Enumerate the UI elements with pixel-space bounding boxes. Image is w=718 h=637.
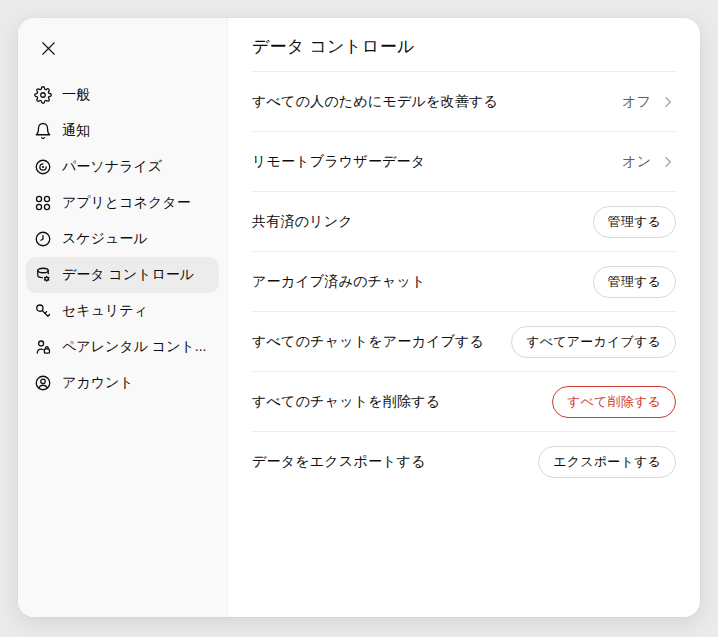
row-label: データをエクスポートする <box>252 453 426 471</box>
database-gear-icon <box>34 266 52 284</box>
sidebar-nav: 一般 通知 パーソナライズ アプリとコネクター スケジュール データ コントロー… <box>26 77 219 401</box>
settings-row-delete-all-chats: すべてのチャットを削除する すべて削除する <box>252 372 676 432</box>
settings-row-export-data: データをエクスポートする エクスポートする <box>252 432 676 492</box>
gear-icon <box>34 86 52 104</box>
sidebar-item-parental-controls[interactable]: ペアレンタル コント... <box>26 329 219 365</box>
chevron-right-icon <box>660 94 676 110</box>
key-icon <box>34 302 52 320</box>
settings-row-improve-model[interactable]: すべての人のためにモデルを改善する オフ <box>252 72 676 132</box>
sidebar-item-label: スケジュール <box>62 230 148 248</box>
parental-controls-icon <box>34 338 52 356</box>
sidebar-item-schedule[interactable]: スケジュール <box>26 221 219 257</box>
row-value: オフ <box>622 93 676 111</box>
chevron-right-icon <box>660 154 676 170</box>
settings-dialog: 一般 通知 パーソナライズ アプリとコネクター スケジュール データ コントロー… <box>18 18 700 617</box>
settings-row-archived-chats: アーカイブ済みのチャット 管理する <box>252 252 676 312</box>
sidebar-item-apps-connectors[interactable]: アプリとコネクター <box>26 185 219 221</box>
settings-row-archive-all-chats: すべてのチャットをアーカイブする すべてアーカイブする <box>252 312 676 372</box>
sidebar-item-label: 一般 <box>62 86 90 104</box>
sidebar-item-notifications[interactable]: 通知 <box>26 113 219 149</box>
shared-links-button[interactable]: 管理する <box>593 206 676 238</box>
sidebar-item-label: 通知 <box>62 122 90 140</box>
sidebar-item-label: アプリとコネクター <box>62 194 191 212</box>
bell-icon <box>34 122 52 140</box>
sidebar-item-label: アカウント <box>62 374 134 392</box>
archived-chats-button[interactable]: 管理する <box>593 266 676 298</box>
close-icon <box>41 41 56 56</box>
sidebar-item-label: パーソナライズ <box>62 158 162 176</box>
delete-all-chats-button[interactable]: すべて削除する <box>552 386 676 418</box>
row-label: すべてのチャットを削除する <box>252 393 440 411</box>
personalize-icon <box>34 158 52 176</box>
row-label: すべてのチャットをアーカイブする <box>252 333 484 351</box>
sidebar-item-label: データ コントロール <box>62 266 194 284</box>
sidebar-item-account[interactable]: アカウント <box>26 365 219 401</box>
sidebar-item-label: セキュリティ <box>62 302 148 320</box>
sidebar-item-label: ペアレンタル コント... <box>62 338 207 356</box>
row-value-text: オフ <box>622 93 651 111</box>
row-value: オン <box>622 153 676 171</box>
sidebar-item-security[interactable]: セキュリティ <box>26 293 219 329</box>
close-button[interactable] <box>32 32 64 64</box>
sidebar-item-data-controls[interactable]: データ コントロール <box>26 257 219 293</box>
settings-main-panel: データ コントロール すべての人のためにモデルを改善する オフ リモートブラウザ… <box>228 18 700 617</box>
sidebar-item-general[interactable]: 一般 <box>26 77 219 113</box>
settings-row-shared-links: 共有済のリンク 管理する <box>252 192 676 252</box>
row-label: リモートブラウザーデータ <box>252 153 425 171</box>
account-icon <box>34 374 52 392</box>
row-label: すべての人のためにモデルを改善する <box>252 93 498 111</box>
row-label: アーカイブ済みのチャット <box>252 273 426 291</box>
page-title: データ コントロール <box>252 18 676 72</box>
page-background: 一般 通知 パーソナライズ アプリとコネクター スケジュール データ コントロー… <box>0 0 718 637</box>
export-data-button[interactable]: エクスポートする <box>538 446 676 478</box>
settings-sidebar: 一般 通知 パーソナライズ アプリとコネクター スケジュール データ コントロー… <box>18 18 228 617</box>
row-label: 共有済のリンク <box>252 213 353 231</box>
apps-connectors-icon <box>34 194 52 212</box>
settings-row-remote-browser-data[interactable]: リモートブラウザーデータ オン <box>252 132 676 192</box>
settings-rows: すべての人のためにモデルを改善する オフ リモートブラウザーデータ オン 共有済… <box>252 72 676 492</box>
archive-all-chats-button[interactable]: すべてアーカイブする <box>511 326 676 358</box>
clock-icon <box>34 230 52 248</box>
sidebar-item-personalization[interactable]: パーソナライズ <box>26 149 219 185</box>
row-value-text: オン <box>622 153 651 171</box>
